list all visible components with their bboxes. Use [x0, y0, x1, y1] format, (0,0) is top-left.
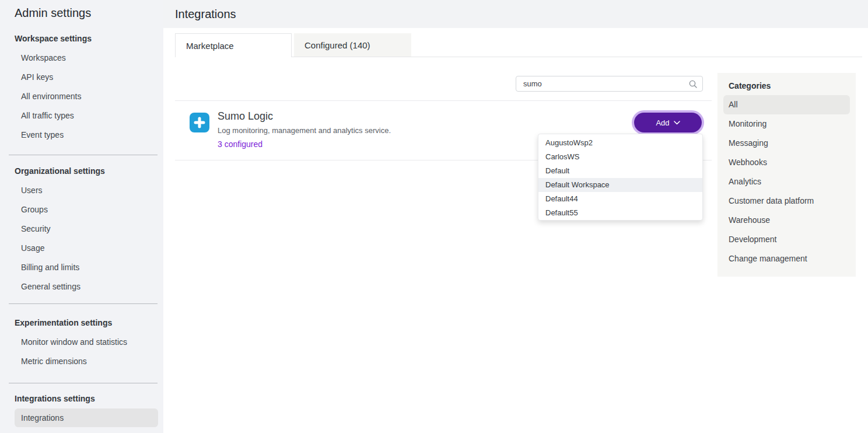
dropdown-item-carlosws[interactable]: CarlosWS	[538, 150, 702, 164]
sidebar-divider	[9, 155, 158, 155]
dropdown-item-augustowsp2[interactable]: AugustoWsp2	[538, 136, 702, 150]
search-box	[516, 76, 703, 92]
category-messaging[interactable]: Messaging	[718, 134, 856, 153]
add-button[interactable]: Add	[634, 113, 702, 132]
sidebar-title: Admin settings	[0, 0, 163, 26]
workspace-dropdown-menu: AugustoWsp2 CarlosWS Default Default Wor…	[538, 134, 703, 221]
section-heading-organizational: Organizational settings	[0, 162, 163, 181]
sidebar-item-api-keys[interactable]: API keys	[0, 68, 163, 87]
sidebar-item-general-settings[interactable]: General settings	[0, 277, 163, 296]
categories-panel: Categories All Monitoring Messaging Webh…	[718, 73, 856, 277]
category-monitoring[interactable]: Monitoring	[718, 114, 856, 134]
sidebar-item-event-types[interactable]: Event types	[0, 125, 163, 145]
integrations-tabs: Marketplace Configured (140)	[175, 34, 862, 57]
section-heading-workspace: Workspace settings	[0, 29, 163, 48]
tab-configured[interactable]: Configured (140)	[294, 33, 411, 57]
category-analytics[interactable]: Analytics	[718, 172, 856, 191]
sidebar-item-groups[interactable]: Groups	[0, 200, 163, 219]
sidebar-item-metric-dimensions[interactable]: Metric dimensions	[0, 352, 163, 371]
category-customer-data-platform[interactable]: Customer data platform	[718, 191, 856, 211]
search-input[interactable]	[516, 79, 688, 88]
sidebar-divider	[9, 383, 158, 383]
dropdown-item-default44[interactable]: Default44	[538, 192, 702, 206]
sidebar-item-users[interactable]: Users	[0, 181, 163, 200]
category-change-management[interactable]: Change management	[718, 249, 856, 268]
sidebar-item-usage[interactable]: Usage	[0, 239, 163, 258]
sidebar-item-all-environments[interactable]: All environments	[0, 87, 163, 106]
category-development[interactable]: Development	[718, 230, 856, 249]
integration-description: Log monitoring, management and analytics…	[218, 126, 391, 135]
sidebar-divider	[9, 303, 158, 304]
integration-name: Sumo Logic	[218, 110, 273, 123]
admin-sidebar: Admin settings Workspace settings Worksp…	[0, 0, 163, 433]
dropdown-item-default55[interactable]: Default55	[538, 206, 702, 220]
section-heading-experimentation: Experimentation settings	[0, 313, 163, 333]
add-button-label: Add	[656, 118, 669, 127]
sidebar-item-integrations[interactable]: Integrations	[15, 408, 158, 427]
category-warehouse[interactable]: Warehouse	[718, 211, 856, 230]
page-title: Integrations	[175, 8, 236, 21]
chevron-down-icon	[674, 121, 680, 125]
sidebar-item-all-traffic-types[interactable]: All traffic types	[0, 106, 163, 125]
sumo-logic-icon	[190, 113, 209, 132]
tab-marketplace[interactable]: Marketplace	[175, 33, 292, 57]
tab-configured-label: Configured (140)	[304, 40, 370, 50]
category-webhooks[interactable]: Webhooks	[718, 153, 856, 172]
section-heading-integrations: Integrations settings	[0, 389, 163, 408]
sidebar-item-security[interactable]: Security	[0, 219, 163, 239]
sidebar-item-billing-and-limits[interactable]: Billing and limits	[0, 258, 163, 277]
dropdown-item-default-workspace[interactable]: Default Workspace	[538, 178, 702, 192]
page-header: Integrations	[163, 0, 868, 28]
configured-count-link[interactable]: 3 configured	[218, 139, 262, 149]
tab-marketplace-label: Marketplace	[186, 41, 234, 51]
sidebar-item-workspaces[interactable]: Workspaces	[0, 48, 163, 68]
search-icon	[688, 79, 698, 89]
categories-title: Categories	[718, 73, 856, 95]
dropdown-item-default[interactable]: Default	[538, 164, 702, 178]
category-all[interactable]: All	[723, 95, 850, 114]
sidebar-item-monitor-window[interactable]: Monitor window and statistics	[0, 333, 163, 352]
